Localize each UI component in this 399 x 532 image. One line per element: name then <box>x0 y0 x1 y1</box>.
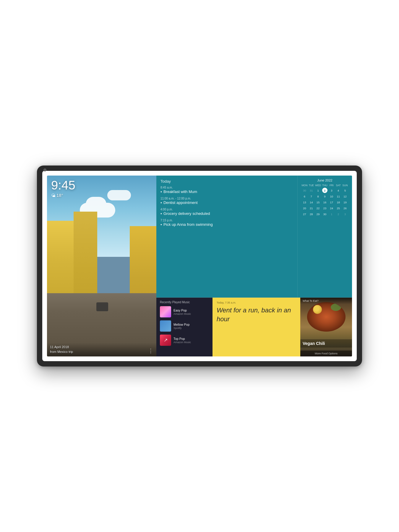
device-frame: 9:45 🌤 18° 11 April 2018 from Mexico tri… <box>37 166 362 366</box>
photo-panel[interactable]: 9:45 🌤 18° 11 April 2018 from Mexico tri… <box>47 176 156 356</box>
cal-day-2-next[interactable]: 2 <box>336 211 341 217</box>
photo-menu-icon[interactable]: ⋮ <box>148 348 153 354</box>
event-time-2: 11:00 a.m. - 12:00 p.m. <box>160 197 293 200</box>
event-bullet-4: • <box>160 222 162 227</box>
event-item-2[interactable]: 11:00 a.m. - 12:00 p.m. • Dentist appoin… <box>160 197 293 205</box>
cal-day-11[interactable]: 11 <box>336 194 341 199</box>
food-bowl-visual <box>307 302 346 332</box>
cal-day-16[interactable]: 16 <box>322 200 327 205</box>
event-time-3: 4:00 p.m. <box>160 208 293 211</box>
cal-header-mon: MON <box>301 184 308 187</box>
music-name-1: Easy Pop <box>173 309 209 312</box>
cal-day-8[interactable]: 8 <box>315 194 321 199</box>
food-more-options-bar[interactable]: More Food Options <box>300 351 352 356</box>
event-title-3: Grocery delivery scheduled <box>163 211 210 216</box>
music-name-2: Mellow Pop <box>173 323 209 326</box>
cal-day-21[interactable]: 21 <box>309 205 314 211</box>
cal-day-23[interactable]: 23 <box>322 205 327 211</box>
note-widget[interactable]: Today, 7:35 a.m. Went for a run, back in… <box>213 298 300 356</box>
cal-day-31-prev[interactable]: 31 <box>309 188 314 193</box>
music-thumb-mellow-pop <box>160 320 171 332</box>
bottom-right-section: Recently Played Music Easy Pop Amazon Mu… <box>156 297 352 356</box>
music-arrow-icon: ↗ <box>164 338 168 343</box>
photo-caption: 11 April 2018 from Mexico trip <box>50 345 73 354</box>
cal-day-1[interactable]: 1 <box>315 188 321 193</box>
cal-day-24[interactable]: 24 <box>329 205 334 211</box>
cal-header-fri: FRI <box>328 184 335 187</box>
cal-header-thu: THU <box>322 184 328 187</box>
note-timestamp: Today, 7:35 a.m. <box>217 301 296 304</box>
event-title-1: Breakfast with Mum <box>163 189 197 194</box>
music-section-title: Recently Played Music <box>160 301 209 304</box>
cal-day-30[interactable]: 30 <box>322 211 327 217</box>
events-panel: Today 8:45 a.m. • Breakfast with Mum 11:… <box>156 176 297 297</box>
cal-header-sat: SAT <box>335 184 342 187</box>
event-title-2: Dentist appointment <box>163 200 198 205</box>
camera-icon <box>43 168 46 171</box>
music-item-2[interactable]: Mellow Pop Spotify <box>160 320 209 332</box>
cal-day-18[interactable]: 18 <box>336 200 341 205</box>
cal-day-12[interactable]: 12 <box>343 194 348 199</box>
music-source-2: Spotify <box>173 327 209 330</box>
music-thumb-easy-pop <box>160 306 171 317</box>
event-item-4[interactable]: 7:15 p.m. • Pick up Anna from swimming <box>160 219 293 227</box>
top-right-section: Today 8:45 a.m. • Breakfast with Mum 11:… <box>156 176 352 297</box>
food-garnish <box>331 304 341 311</box>
cal-day-30-prev[interactable]: 30 <box>302 188 307 193</box>
cal-day-15[interactable]: 15 <box>315 200 321 205</box>
cal-day-25[interactable]: 25 <box>336 205 341 211</box>
food-more-text: More Food Options <box>303 352 350 355</box>
cal-day-4[interactable]: 4 <box>336 188 341 193</box>
calendar-header-row: MON TUE WED THU FRI SAT SUN <box>301 184 348 187</box>
cal-day-17[interactable]: 17 <box>329 200 334 205</box>
music-name-3: Top Pop <box>173 337 209 340</box>
music-source-1: Amazon Music <box>173 312 209 315</box>
event-item-3[interactable]: 4:00 p.m. • Grocery delivery scheduled <box>160 208 293 216</box>
cal-day-20[interactable]: 20 <box>302 205 307 211</box>
screen: 9:45 🌤 18° 11 April 2018 from Mexico tri… <box>47 176 352 356</box>
music-info-2: Mellow Pop Spotify <box>173 323 209 330</box>
music-item-1[interactable]: Easy Pop Amazon Music <box>160 306 209 317</box>
weather-icon: 🌤 <box>51 193 55 198</box>
cal-day-3[interactable]: 3 <box>329 188 334 193</box>
event-bullet-2: • <box>160 200 162 205</box>
music-thumb-top-pop: ↗ <box>160 335 171 346</box>
cal-day-1-next[interactable]: 1 <box>329 211 334 217</box>
cal-day-14[interactable]: 14 <box>309 200 314 205</box>
event-item-1[interactable]: 8:45 a.m. • Breakfast with Mum <box>160 186 293 194</box>
music-source-3: Amazon Music <box>173 341 209 344</box>
device-inner: 9:45 🌤 18° 11 April 2018 from Mexico tri… <box>42 171 357 361</box>
cal-day-7[interactable]: 7 <box>309 194 314 199</box>
cal-day-26[interactable]: 26 <box>343 205 348 211</box>
music-widget: Recently Played Music Easy Pop Amazon Mu… <box>156 298 213 356</box>
food-egg <box>313 305 322 314</box>
food-section-label: What To Eat? <box>303 299 350 302</box>
food-header: What To Eat? <box>300 298 352 304</box>
cal-day-22[interactable]: 22 <box>315 205 321 211</box>
weather-temperature: 18° <box>56 193 63 198</box>
food-name-overlay: Vegan Chili <box>300 339 352 348</box>
music-info-3: Top Pop Amazon Music <box>173 337 209 344</box>
cal-row-2: 6 7 8 9 10 11 12 <box>301 194 348 199</box>
cal-day-6[interactable]: 6 <box>302 194 307 199</box>
cal-day-2-today[interactable]: 2 <box>322 188 327 193</box>
mini-calendar: June 2022 MON TUE WED THU FRI SAT SUN <box>297 176 352 297</box>
food-image-bg <box>300 298 352 356</box>
cal-day-5[interactable]: 5 <box>343 188 348 193</box>
food-widget[interactable]: What To Eat? Vegan Chili More Food Optio… <box>300 298 352 356</box>
food-name: Vegan Chili <box>303 341 350 346</box>
cal-day-28[interactable]: 28 <box>309 211 314 217</box>
cal-day-27[interactable]: 27 <box>302 211 307 217</box>
weather-display: 🌤 18° <box>51 193 75 198</box>
cal-day-13[interactable]: 13 <box>302 200 307 205</box>
event-time-1: 8:45 a.m. <box>160 186 293 189</box>
music-item-3[interactable]: ↗ Top Pop Amazon Music <box>160 335 209 346</box>
cal-header-wed: WED <box>315 184 322 187</box>
cal-day-9[interactable]: 9 <box>322 194 327 199</box>
cal-day-19[interactable]: 19 <box>343 200 348 205</box>
cal-day-29[interactable]: 29 <box>315 211 321 217</box>
cal-day-10[interactable]: 10 <box>329 194 334 199</box>
cal-day-3-next[interactable]: 3 <box>343 211 348 217</box>
cal-row-5: 27 28 29 30 1 2 3 <box>301 211 348 217</box>
event-bullet-1: • <box>160 189 162 194</box>
